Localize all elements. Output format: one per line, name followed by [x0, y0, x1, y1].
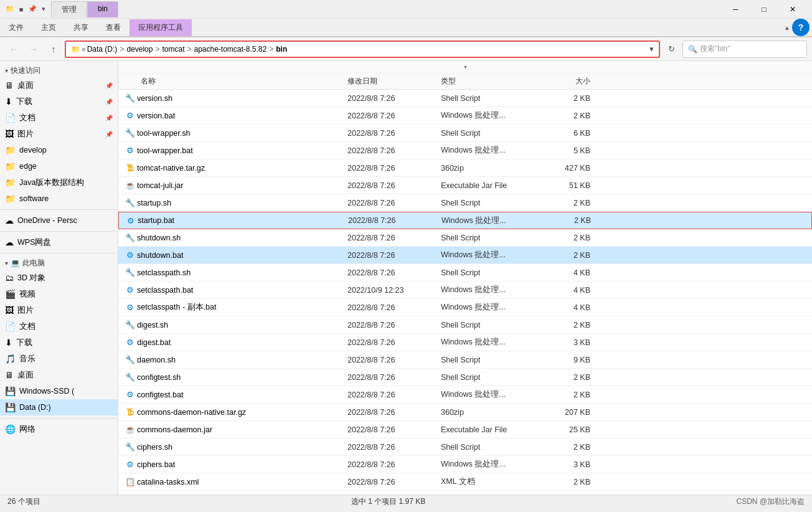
- sidebar-item-windows-ssd[interactable]: 💾 Windows-SSD (: [0, 383, 118, 399]
- sidebar-item-desktop2[interactable]: 🖥 桌面: [0, 367, 118, 383]
- path-tomcat[interactable]: tomcat: [162, 45, 184, 54]
- close-button[interactable]: ✕: [778, 0, 807, 19]
- table-row[interactable]: ⚙ configtest.bat 2022/8/8 7:26 Windows 批…: [118, 386, 812, 404]
- sidebar-item-pictures2[interactable]: 🖼 图片: [0, 302, 118, 318]
- file-size: 2 KB: [541, 234, 590, 242]
- sidebar-item-develop[interactable]: 📁 develop: [0, 142, 118, 158]
- ribbon-tab-home[interactable]: 主页: [32, 19, 65, 36]
- sidebar-item-3d[interactable]: 🗂 3D 对象: [0, 270, 118, 286]
- file-name: startup.sh: [137, 199, 347, 207]
- sidebar-item-label: 3D 对象: [17, 273, 45, 283]
- sidebar-item-label: Java版本数据结构: [19, 178, 84, 188]
- sidebar-item-downloads2[interactable]: ⬇ 下载: [0, 334, 118, 351]
- table-row[interactable]: 🔧 tool-wrapper.sh 2022/8/8 7:26 Shell Sc…: [118, 125, 812, 142]
- file-name: shutdown.bat: [137, 251, 347, 260]
- sidebar-item-network[interactable]: 🌐 网络: [0, 421, 118, 437]
- table-row[interactable]: ⚙ shutdown.bat 2022/8/8 7:26 Windows 批处理…: [118, 247, 812, 264]
- file-name: ciphers.sh: [137, 443, 347, 452]
- collapse-arrow[interactable]: ▾: [464, 64, 467, 70]
- sidebar-item-docs[interactable]: 📄 文档 📌: [0, 110, 118, 126]
- quick-access-header[interactable]: ▾ 快速访问: [0, 64, 118, 77]
- ribbon-tab-apptool[interactable]: 应用程序工具: [130, 19, 192, 36]
- sidebar-item-music[interactable]: 🎵 音乐: [0, 351, 118, 367]
- folder-icon: 📁: [5, 4, 15, 14]
- path-develop[interactable]: develop: [126, 45, 153, 54]
- table-row[interactable]: 🔧 version.sh 2022/8/8 7:26 Shell Script …: [118, 90, 812, 107]
- tab-manage[interactable]: 管理: [51, 1, 87, 17]
- file-type: Shell Script: [441, 94, 541, 103]
- sidebar-item-pictures[interactable]: 🖼 图片 📌: [0, 126, 118, 142]
- col-header-type[interactable]: 类型: [441, 76, 541, 87]
- file-type-icon: 🔧: [123, 268, 137, 277]
- quick-access-icon[interactable]: ■: [16, 4, 26, 14]
- path-bin[interactable]: bin: [276, 45, 287, 54]
- sidebar-item-onedrive[interactable]: ☁ OneDrive - Persc: [0, 212, 118, 229]
- address-box[interactable]: 📁 « Data (D:) > develop > tomcat > apach…: [65, 40, 660, 58]
- dropdown-icon[interactable]: ▾: [39, 4, 49, 14]
- file-type-icon: 🔧: [123, 128, 137, 138]
- col-header-size[interactable]: 大小: [541, 76, 590, 87]
- file-size: 207 KB: [541, 408, 590, 417]
- table-row[interactable]: ⚙ setclasspath.bat 2022/10/9 12:23 Windo…: [118, 282, 812, 299]
- table-row[interactable]: 🗜 tomcat-native.tar.gz 2022/8/8 7:26 360…: [118, 159, 812, 177]
- table-row[interactable]: 🔧 setclasspath.sh 2022/8/8 7:26 Shell Sc…: [118, 264, 812, 282]
- file-date: 2022/8/8 7:26: [347, 408, 441, 417]
- file-date: 2022/8/8 7:26: [347, 111, 441, 120]
- file-type-icon: ⚙: [123, 390, 137, 399]
- table-row[interactable]: ⚙ setclasspath - 副本.bat 2022/8/8 7:26 Wi…: [118, 299, 812, 316]
- maximize-button[interactable]: □: [750, 0, 778, 19]
- sidebar-item-desktop[interactable]: 🖥 桌面 📌: [0, 77, 118, 93]
- refresh-button[interactable]: ↻: [663, 40, 680, 58]
- file-type: Windows 批处理...: [441, 250, 541, 260]
- table-row[interactable]: 🔧 shutdown.sh 2022/8/8 7:26 Shell Script…: [118, 229, 812, 247]
- table-row[interactable]: ⚙ digest.bat 2022/8/8 7:26 Windows 批处理..…: [118, 334, 812, 351]
- help-button[interactable]: ?: [792, 19, 810, 36]
- ribbon-collapse-icon[interactable]: ▲: [782, 19, 792, 36]
- ribbon-tab-share[interactable]: 共享: [65, 19, 97, 36]
- sidebar-item-video[interactable]: 🎬 视频: [0, 286, 118, 302]
- table-row[interactable]: 🔧 digest.sh 2022/8/8 7:26 Shell Script 2…: [118, 316, 812, 334]
- file-type: Shell Script: [441, 373, 541, 382]
- col-header-name[interactable]: 名称: [123, 76, 347, 87]
- sidebar-item-edge[interactable]: 📁 edge: [0, 158, 118, 174]
- file-type: Shell Script: [441, 268, 541, 277]
- col-header-date[interactable]: 修改日期: [347, 76, 441, 87]
- table-row[interactable]: 🔧 ciphers.sh 2022/8/8 7:26 Shell Script …: [118, 439, 812, 456]
- minimize-button[interactable]: ─: [721, 0, 750, 19]
- file-size: 2 KB: [541, 251, 590, 260]
- file-name: ciphers.bat: [137, 460, 347, 469]
- table-row[interactable]: 🗜 commons-daemon-native.tar.gz 2022/8/8 …: [118, 404, 812, 421]
- sidebar-item-software[interactable]: 📁 software: [0, 191, 118, 207]
- table-row[interactable]: 🔧 daemon.sh 2022/8/8 7:26 Shell Script 9…: [118, 351, 812, 369]
- file-date: 2022/8/8 7:26: [347, 338, 441, 347]
- ribbon-tab-view[interactable]: 查看: [97, 19, 130, 36]
- table-row[interactable]: ⚙ tool-wrapper.bat 2022/8/8 7:26 Windows…: [118, 142, 812, 159]
- table-row[interactable]: 📋 catalina-tasks.xml 2022/8/8 7:26 XML 文…: [118, 473, 812, 491]
- back-button[interactable]: ←: [5, 40, 22, 58]
- table-row[interactable]: 🔧 startup.sh 2022/8/8 7:26 Shell Script …: [118, 194, 812, 212]
- up-button[interactable]: ↑: [45, 40, 62, 58]
- table-row[interactable]: ⚙ startup.bat 2022/8/8 7:26 Windows 批处理.…: [118, 212, 812, 229]
- wps-icon: ☁: [5, 237, 14, 247]
- table-row[interactable]: ⚙ version.bat 2022/8/8 7:26 Windows 批处理.…: [118, 107, 812, 125]
- sidebar-item-docs2[interactable]: 📄 文档: [0, 318, 118, 334]
- forward-button[interactable]: →: [25, 40, 42, 58]
- sidebar-item-java[interactable]: 📁 Java版本数据结构: [0, 174, 118, 191]
- table-row[interactable]: 🔧 configtest.sh 2022/8/8 7:26 Shell Scri…: [118, 369, 812, 386]
- pin-icon[interactable]: 📌: [27, 4, 37, 14]
- search-box[interactable]: 🔍 搜索"bin": [682, 40, 807, 58]
- path-datad[interactable]: Data (D:): [87, 45, 118, 54]
- sidebar-item-datad[interactable]: 💾 Data (D:): [0, 399, 118, 415]
- address-dropdown-icon[interactable]: ▾: [649, 44, 654, 54]
- expand-icon: ▾: [5, 67, 8, 74]
- tab-bin[interactable]: bin: [87, 1, 118, 17]
- ribbon-tab-file[interactable]: 文件: [0, 19, 32, 36]
- table-row[interactable]: ☕ commons-daemon.jar 2022/8/8 7:26 Execu…: [118, 421, 812, 439]
- path-tomcat-version[interactable]: apache-tomcat-8.5.82: [194, 45, 267, 54]
- sidebar-item-wps[interactable]: ☁ WPS网盘: [0, 234, 118, 250]
- table-row[interactable]: ⚙ ciphers.bat 2022/8/8 7:26 Windows 批处理.…: [118, 456, 812, 473]
- table-row[interactable]: ☕ tomcat-juli.jar 2022/8/8 7:26 Executab…: [118, 177, 812, 194]
- sidebar-item-download[interactable]: ⬇ 下载 📌: [0, 93, 118, 110]
- thispc-header[interactable]: ▾ 💻 此电脑: [0, 256, 118, 270]
- sidebar-item-label: 音乐: [19, 354, 35, 364]
